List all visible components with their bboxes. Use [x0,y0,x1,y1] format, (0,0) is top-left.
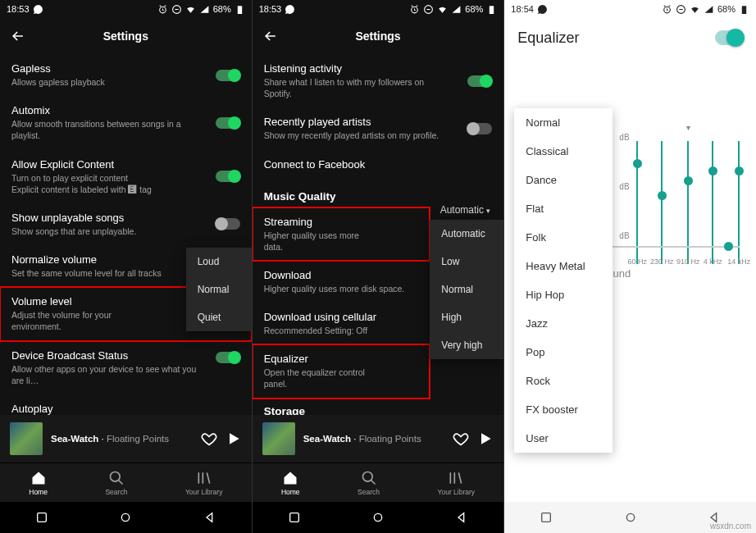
preset-normal[interactable]: Normal [514,108,613,137]
preset-dropdown[interactable]: Normal Classical Dance Flat Folk Heavy M… [514,108,613,453]
svg-point-3 [110,472,120,481]
alarm-icon [662,4,672,15]
android-home[interactable] [371,510,385,525]
nav-library[interactable]: Your Library [438,470,476,496]
android-recent[interactable] [539,510,553,525]
wifi-icon [185,4,196,15]
equalizer-content: ▾ dB dB dB 60 Hz 230 Hz 910 Hz 4 kHz 14 … [504,57,756,502]
whatsapp-icon [33,4,43,15]
preset-heavymetal[interactable]: Heavy Metal [514,252,613,280]
setting-recent[interactable]: Recently played artistsShow my recently … [253,107,504,149]
setting-explicit[interactable]: Allow Explicit ContentTurn on to play ex… [0,150,252,203]
status-bar: 18:53 68% [253,0,504,18]
status-bar: 18:54 68% [504,0,756,18]
setting-equalizer[interactable]: EqualizerOpen the equalizer control pane… [253,344,430,398]
setting-facebook[interactable]: Connect to Facebook [253,150,504,179]
nav-home[interactable]: Home [29,470,48,496]
settings-list[interactable]: GaplessAllows gapless playback AutomixAl… [0,54,252,415]
screenshot-panel-3: 18:54 68% Equalizer ▾ dB dB dB 60 Hz 230… [504,0,756,533]
status-time: 18:54 [511,4,534,14]
svg-point-9 [362,472,372,481]
quality-option-low[interactable]: Low [430,248,503,276]
storage-header: Storage [253,399,504,415]
android-recent[interactable] [287,510,302,525]
recent-toggle[interactable] [467,123,492,134]
play-icon[interactable] [477,430,494,447]
heart-icon[interactable] [201,430,217,447]
setting-automix[interactable]: AutomixAllow smooth transitions between … [0,96,252,149]
preset-user[interactable]: User [514,424,613,453]
setting-autoplay[interactable]: AutoplayKeep on listening to similar tra… [0,394,252,415]
preset-jazz[interactable]: Jazz [514,309,613,338]
bottom-nav: Home Search Your Library [0,462,252,502]
svg-rect-10 [289,513,298,522]
dnd-icon [423,4,434,15]
screenshot-panel-1: 18:53 68% Settings GaplessAllows gapless… [0,0,252,533]
mini-player[interactable]: Sea-Watch · Floating Points [0,415,252,462]
heart-icon[interactable] [453,430,469,447]
dnd-icon [171,4,182,15]
whatsapp-icon [285,4,295,15]
svg-point-16 [626,513,634,521]
setting-unplayable[interactable]: Show unplayable songsShow songs that are… [0,203,252,245]
album-art[interactable] [10,422,43,455]
status-time: 18:53 [259,4,282,14]
mini-player[interactable]: Sea-Watch · Floating Points [253,415,504,462]
preset-rock[interactable]: Rock [514,367,613,395]
equalizer-header: Equalizer [504,18,756,57]
battery-icon [486,4,497,15]
preset-flat[interactable]: Flat [514,194,613,223]
broadcast-toggle[interactable] [216,352,240,363]
preset-pop[interactable]: Pop [514,338,613,367]
volume-option-normal[interactable]: Normal [186,276,252,303]
nav-search[interactable]: Search [358,470,380,496]
svg-rect-8 [490,6,494,14]
preset-folk[interactable]: Folk [514,223,613,252]
back-icon[interactable] [10,28,26,44]
automix-toggle[interactable] [216,117,240,129]
setting-broadcast[interactable]: Device Broadcast StatusAllow other apps … [0,341,252,394]
setting-listening[interactable]: Listening activityShare what I listen to… [253,54,504,107]
preset-fxbooster[interactable]: FX booster [514,395,613,424]
quality-dropdown[interactable]: Automatic Low Normal High Very high [430,220,503,359]
play-icon[interactable] [225,430,242,447]
player-track: Sea-Watch · Floating Points [303,434,445,444]
nav-library[interactable]: Your Library [185,470,223,496]
preset-classical[interactable]: Classical [514,137,613,166]
quality-option-high[interactable]: High [430,303,503,331]
volume-option-loud[interactable]: Loud [186,248,252,276]
quality-option-automatic[interactable]: Automatic [430,220,503,248]
android-back[interactable] [203,510,217,525]
listening-toggle[interactable] [467,75,492,87]
nav-search[interactable]: Search [105,470,127,496]
settings-list[interactable]: Listening activityShare what I listen to… [253,54,504,415]
android-back[interactable] [454,510,469,525]
volume-dropdown[interactable]: Loud Normal Quiet [186,248,252,331]
equalizer-toggle[interactable] [715,30,743,45]
setting-gapless[interactable]: GaplessAllows gapless playback [0,54,252,96]
quality-option-normal[interactable]: Normal [430,276,503,303]
android-home[interactable] [118,510,133,525]
gapless-toggle[interactable] [216,70,240,81]
nav-home[interactable]: Home [281,470,300,496]
preset-hiphop[interactable]: Hip Hop [514,280,613,309]
setting-streaming[interactable]: StreamingHigher quality uses more data. [253,207,430,261]
volume-option-quiet[interactable]: Quiet [186,303,252,331]
screenshot-panel-2: 18:53 68% Settings Listening activitySha… [253,0,504,533]
quality-option-veryhigh[interactable]: Very high [430,331,503,359]
svg-rect-2 [237,6,241,14]
alarm-icon [409,4,420,15]
android-home[interactable] [623,510,638,525]
unplayable-toggle[interactable] [216,218,240,230]
watermark: wsxdn.com [710,522,751,531]
explicit-toggle[interactable] [216,171,240,182]
alarm-icon [157,4,168,15]
album-art[interactable] [262,422,295,455]
back-icon[interactable] [262,28,279,44]
preset-dance[interactable]: Dance [514,166,613,194]
battery-icon [235,4,245,15]
bottom-nav: Home Search Your Library [253,462,504,502]
android-recent[interactable] [34,510,49,525]
status-time: 18:53 [7,4,30,14]
battery-pct: 68% [717,4,736,14]
